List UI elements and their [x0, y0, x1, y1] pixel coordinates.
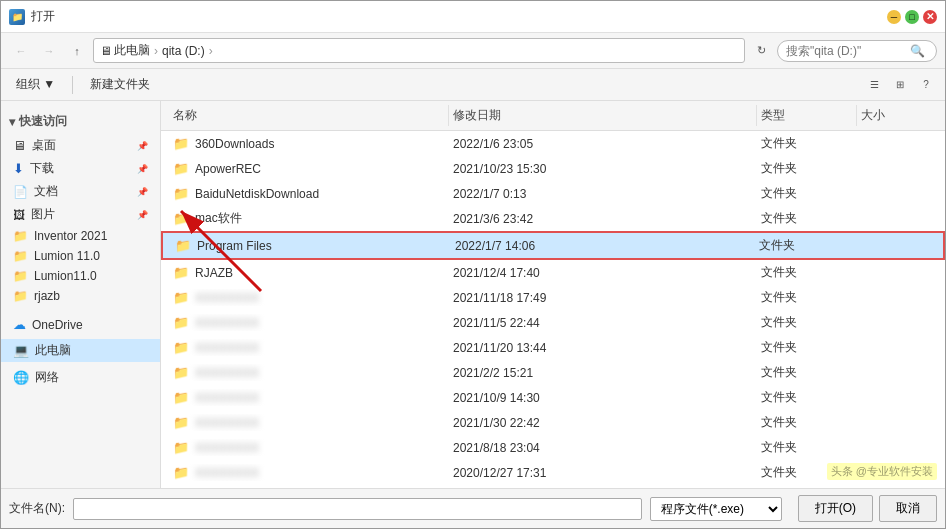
search-input[interactable] — [786, 44, 906, 58]
up-button[interactable]: ↑ — [65, 39, 89, 63]
table-row[interactable]: 📁RJAZB2021/12/4 17:40文件夹 — [161, 260, 945, 285]
col-size[interactable]: 大小 — [857, 105, 937, 126]
file-name-cell: 📁Program Files — [171, 237, 451, 254]
breadcrumb[interactable]: 🖥 此电脑 › qita (D:) › — [93, 38, 745, 63]
file-name: XXXXXXXX — [195, 341, 259, 355]
sidebar-label-download: 下载 — [30, 160, 54, 177]
toolbar-separator — [72, 76, 73, 94]
table-row[interactable]: 📁Program Files2022/1/7 14:06文件夹 — [161, 231, 945, 260]
expand-icon: ▾ — [9, 115, 15, 129]
forward-button[interactable]: → — [37, 39, 61, 63]
sidebar-item-thispc[interactable]: 💻 此电脑 — [1, 339, 160, 362]
breadcrumb-sep: › — [154, 44, 158, 58]
file-modified: 2021/10/9 14:30 — [449, 390, 757, 406]
table-row[interactable]: 📁360Downloads2022/1/6 23:05文件夹 — [161, 131, 945, 156]
open-dialog-window: 📁 打开 ─ □ ✕ ← → ↑ 🖥 此电脑 › qita (D:) › ↻ 🔍… — [0, 0, 946, 529]
sidebar-item-download[interactable]: ⬇ 下载 📌 — [1, 157, 160, 180]
file-size — [857, 193, 937, 195]
new-folder-button[interactable]: 新建文件夹 — [83, 73, 157, 96]
action-buttons: 打开(O) 取消 — [798, 495, 937, 522]
file-name: mac软件 — [195, 210, 242, 227]
file-modified: 2020/12/27 17:31 — [449, 465, 757, 481]
file-modified: 2021/2/2 15:21 — [449, 365, 757, 381]
close-button[interactable]: ✕ — [923, 10, 937, 24]
filetype-select[interactable]: 程序文件(*.exe) — [650, 497, 782, 521]
table-row[interactable]: 📁XXXXXXXX2021/8/18 23:04文件夹 — [161, 435, 945, 460]
sidebar-item-pics[interactable]: 🖼 图片 📌 — [1, 203, 160, 226]
file-name: RJAZB — [195, 266, 233, 280]
help-button[interactable]: ? — [915, 74, 937, 96]
open-button[interactable]: 打开(O) — [798, 495, 873, 522]
breadcrumb-part1[interactable]: 此电脑 — [114, 42, 150, 59]
folder-icon: 📁 — [173, 265, 189, 280]
quick-access-header[interactable]: ▾ 快速访问 — [1, 109, 160, 134]
back-button[interactable]: ← — [9, 39, 33, 63]
cancel-button[interactable]: 取消 — [879, 495, 937, 522]
file-name-cell: 📁mac软件 — [169, 209, 449, 228]
pin-icon-pics: 📌 — [137, 210, 148, 220]
file-name-cell: 📁XXXXXXXX — [169, 314, 449, 331]
sidebar-label-thispc: 此电脑 — [35, 342, 71, 359]
table-row[interactable]: 📁XXXXXXXX2021/11/20 13:44文件夹 — [161, 335, 945, 360]
table-row[interactable]: 📁XXXXXXXX2021/10/9 14:30文件夹 — [161, 385, 945, 410]
toolbar: 组织 ▼ 新建文件夹 ☰ ⊞ ? — [1, 69, 945, 101]
view-list-button[interactable]: ☰ — [863, 74, 885, 96]
file-name-cell: 📁RJAZB — [169, 264, 449, 281]
breadcrumb-part2[interactable]: qita (D:) — [162, 44, 205, 58]
sidebar-item-rjazb[interactable]: 📁 rjazb — [1, 286, 160, 306]
file-name: 360Downloads — [195, 137, 274, 151]
table-row[interactable]: 📁BaiduNetdiskDownload2022/1/7 0:13文件夹 — [161, 181, 945, 206]
table-row[interactable]: 📁mac软件2021/3/6 23:42文件夹 — [161, 206, 945, 231]
col-type[interactable]: 类型 — [757, 105, 857, 126]
col-modified[interactable]: 修改日期 — [449, 105, 757, 126]
sidebar-item-inventor[interactable]: 📁 Inventor 2021 — [1, 226, 160, 246]
file-modified: 2021/11/5 22:44 — [449, 315, 757, 331]
file-name: XXXXXXXX — [195, 291, 259, 305]
sidebar-label-lumion11: Lumion11.0 — [34, 269, 97, 283]
docs-icon: 📄 — [13, 185, 28, 199]
minimize-button[interactable]: ─ — [887, 10, 901, 24]
filename-label: 文件名(N): — [9, 500, 65, 517]
file-size — [857, 397, 937, 399]
window-title: 打开 — [31, 8, 55, 25]
sidebar-item-onedrive[interactable]: ☁ OneDrive — [1, 314, 160, 335]
search-icon: 🔍 — [910, 44, 925, 58]
file-type: 文件夹 — [757, 263, 857, 282]
file-type: 文件夹 — [757, 338, 857, 357]
sidebar-item-lumion110[interactable]: 📁 Lumion 11.0 — [1, 246, 160, 266]
sidebar-item-docs[interactable]: 📄 文档 📌 — [1, 180, 160, 203]
view-details-button[interactable]: ⊞ — [889, 74, 911, 96]
pin-icon-docs: 📌 — [137, 187, 148, 197]
file-rows-container: 📁360Downloads2022/1/6 23:05文件夹📁ApowerREC… — [161, 131, 945, 488]
maximize-button[interactable]: □ — [905, 10, 919, 24]
filename-input[interactable] — [73, 498, 642, 520]
refresh-button[interactable]: ↻ — [749, 39, 773, 63]
table-row[interactable]: 📁XXXXXXXX2021/1/30 22:42文件夹 — [161, 410, 945, 435]
file-modified: 2021/10/23 15:30 — [449, 161, 757, 177]
sidebar-label-network: 网络 — [35, 369, 59, 386]
breadcrumb-icon: 🖥 — [100, 44, 112, 58]
sidebar-label-rjazb: rjazb — [34, 289, 60, 303]
file-modified: 2022/1/6 23:05 — [449, 136, 757, 152]
file-type: 文件夹 — [757, 134, 857, 153]
organize-button[interactable]: 组织 ▼ — [9, 73, 62, 96]
folder-icon: 📁 — [173, 161, 189, 176]
table-row[interactable]: 📁ApowerREC2021/10/23 15:30文件夹 — [161, 156, 945, 181]
search-box[interactable]: 🔍 — [777, 40, 937, 62]
sidebar-item-lumion11[interactable]: 📁 Lumion11.0 — [1, 266, 160, 286]
file-modified: 2021/8/18 23:04 — [449, 440, 757, 456]
table-row[interactable]: 📁XXXXXXXX2021/11/5 22:44文件夹 — [161, 310, 945, 335]
col-name[interactable]: 名称 — [169, 105, 449, 126]
file-type: 文件夹 — [757, 388, 857, 407]
file-modified: 2021/11/20 13:44 — [449, 340, 757, 356]
sidebar-label-pics: 图片 — [31, 206, 55, 223]
sidebar-item-network[interactable]: 🌐 网络 — [1, 366, 160, 389]
table-row[interactable]: 📁XXXXXXXX2021/11/18 17:49文件夹 — [161, 285, 945, 310]
file-modified: 2021/12/4 17:40 — [449, 265, 757, 281]
table-row[interactable]: 📁XXXXXXXX2021/2/2 15:21文件夹 — [161, 360, 945, 385]
folder-icon: 📁 — [173, 390, 189, 405]
file-name: XXXXXXXX — [195, 366, 259, 380]
sidebar-label-docs: 文档 — [34, 183, 58, 200]
sidebar-item-desktop[interactable]: 🖥 桌面 📌 — [1, 134, 160, 157]
file-modified: 2022/1/7 0:13 — [449, 186, 757, 202]
